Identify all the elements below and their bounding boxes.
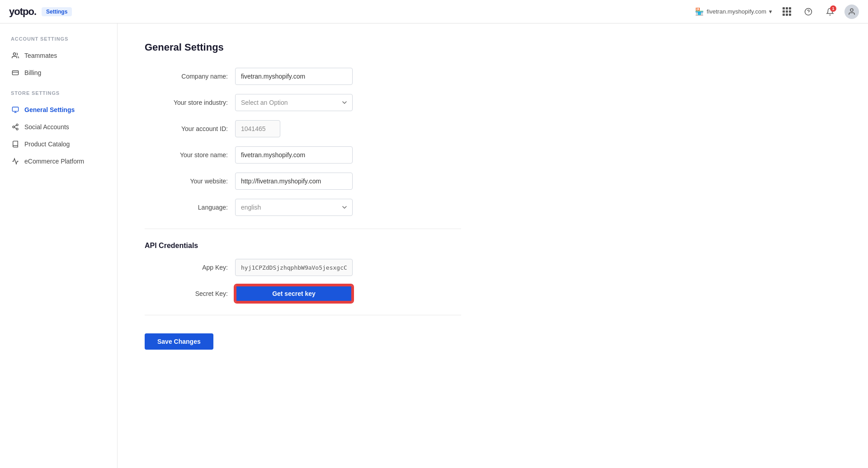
secret-key-label: Secret Key: — [145, 290, 235, 297]
billing-icon — [11, 68, 20, 77]
account-id-label: Your account ID: — [145, 125, 235, 132]
api-credentials-title: API Credentials — [145, 242, 461, 250]
bottom-divider — [145, 315, 461, 315]
store-industry-select[interactable]: Select an Option — [235, 94, 353, 111]
save-changes-button[interactable]: Save Changes — [145, 333, 213, 350]
app-key-label: App Key: — [145, 264, 235, 271]
sidebar-item-teammates[interactable]: Teammates — [0, 47, 117, 64]
website-row: Your website: — [145, 173, 461, 190]
sidebar-item-general-settings[interactable]: General Settings — [0, 101, 117, 118]
company-name-input[interactable] — [235, 68, 353, 85]
yotpo-logo: yotpo. — [9, 6, 36, 18]
general-settings-form: Company name: Your store industry: Selec… — [145, 68, 461, 350]
website-input[interactable] — [235, 173, 353, 190]
secret-key-row: Secret Key: Get secret key — [145, 285, 461, 302]
social-accounts-icon — [11, 122, 20, 131]
app-key-input — [235, 259, 353, 276]
ecommerce-platform-icon — [11, 157, 20, 166]
svg-point-9 — [16, 124, 18, 126]
app-key-row: App Key: — [145, 259, 461, 276]
section-divider — [145, 229, 461, 229]
svg-point-10 — [13, 126, 14, 128]
product-catalog-icon — [11, 140, 20, 149]
topnav: yotpo. Settings 🏪 fivetran.myshopify.com… — [0, 0, 868, 23]
sidebar: ACCOUNT SETTINGS Teammates Billing STORE… — [0, 23, 118, 468]
svg-point-11 — [16, 128, 18, 130]
billing-label: Billing — [24, 69, 41, 76]
sidebar-item-ecommerce-platform[interactable]: eCommerce Platform — [0, 153, 117, 170]
store-name-input[interactable] — [235, 146, 353, 164]
store-settings-label: STORE SETTINGS — [0, 90, 117, 99]
main-content: General Settings Company name: Your stor… — [118, 23, 868, 468]
account-settings-label: ACCOUNT SETTINGS — [0, 36, 117, 45]
store-name: fivetran.myshopify.com — [707, 8, 766, 15]
svg-point-2 — [850, 9, 853, 11]
sidebar-item-product-catalog[interactable]: Product Catalog — [0, 136, 117, 153]
website-label: Your website: — [145, 178, 235, 185]
notification-badge: 1 — [830, 5, 836, 12]
language-select[interactable]: english — [235, 199, 353, 216]
language-label: Language: — [145, 204, 235, 211]
user-avatar-button[interactable] — [844, 5, 859, 19]
svg-rect-4 — [12, 70, 18, 75]
general-settings-label: General Settings — [24, 106, 75, 113]
store-industry-row: Your store industry: Select an Option — [145, 94, 461, 111]
svg-line-13 — [14, 125, 17, 126]
product-catalog-label: Product Catalog — [24, 140, 70, 148]
store-name-label: Your store name: — [145, 151, 235, 159]
svg-line-12 — [14, 127, 17, 129]
store-icon: 🏪 — [695, 7, 704, 16]
app-layout: ACCOUNT SETTINGS Teammates Billing STORE… — [0, 23, 868, 468]
account-id-row: Your account ID: — [145, 120, 461, 137]
store-selector[interactable]: 🏪 fivetran.myshopify.com ▾ — [695, 7, 772, 16]
store-name-row: Your store name: — [145, 146, 461, 164]
company-name-row: Company name: — [145, 68, 461, 85]
social-accounts-label: Social Accounts — [24, 123, 69, 131]
general-settings-icon — [11, 105, 20, 114]
ecommerce-platform-label: eCommerce Platform — [24, 158, 84, 165]
settings-badge: Settings — [42, 7, 72, 16]
sidebar-item-social-accounts[interactable]: Social Accounts — [0, 118, 117, 136]
get-secret-key-button[interactable]: Get secret key — [235, 285, 353, 302]
grid-icon — [783, 7, 791, 16]
chevron-down-icon: ▾ — [769, 8, 772, 15]
notifications-button[interactable]: 1 — [823, 5, 837, 19]
language-row: Language: english — [145, 199, 461, 216]
svg-rect-6 — [12, 107, 18, 111]
help-button[interactable] — [801, 5, 816, 19]
svg-point-3 — [13, 53, 15, 55]
teammates-label: Teammates — [24, 52, 57, 59]
store-industry-label: Your store industry: — [145, 99, 235, 106]
account-id-input — [235, 120, 280, 137]
teammates-icon — [11, 51, 20, 60]
sidebar-item-billing[interactable]: Billing — [0, 64, 117, 81]
page-title: General Settings — [145, 42, 841, 53]
grid-apps-button[interactable] — [779, 5, 794, 19]
company-name-label: Company name: — [145, 73, 235, 80]
